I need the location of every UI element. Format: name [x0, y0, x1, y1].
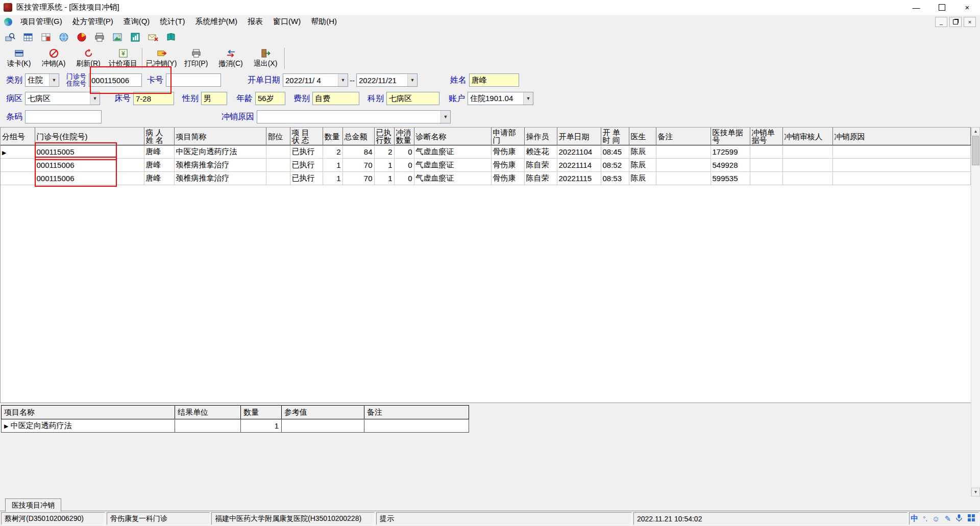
cell[interactable] — [266, 159, 290, 172]
age-field[interactable] — [255, 92, 285, 105]
cell[interactable] — [750, 159, 782, 172]
reason-select[interactable]: ▼ — [257, 110, 451, 123]
menu-help[interactable]: 帮助(H) — [306, 15, 342, 29]
cell[interactable]: 70 — [342, 172, 374, 185]
cell[interactable] — [832, 172, 971, 185]
maximize-button[interactable] — [929, 0, 954, 15]
col-total-amount[interactable]: 总金额 — [342, 128, 374, 145]
cell[interactable]: 20221114 — [557, 159, 601, 172]
menu-statistics[interactable]: 统计(T) — [155, 15, 190, 29]
ime-keyboard-icon[interactable] — [967, 514, 975, 523]
ime-punctuation-toggle[interactable]: °, — [923, 515, 927, 522]
cell[interactable]: 70 — [342, 159, 374, 172]
cell[interactable] — [782, 145, 832, 159]
print-button[interactable]: 打印(P) — [179, 45, 213, 71]
col-quantity[interactable]: 数量 — [323, 128, 342, 145]
ime-microphone-icon[interactable] — [955, 514, 963, 523]
cell[interactable]: 气虚血瘀证 — [414, 145, 491, 159]
col-writeoff-qty[interactable]: 冲消 数量 — [394, 128, 414, 145]
cell[interactable] — [282, 419, 364, 433]
cell[interactable] — [750, 172, 782, 185]
already-writeoff-button[interactable]: 已冲销(Y) — [144, 45, 179, 71]
menu-prescription[interactable]: 处方管理(P) — [67, 15, 118, 29]
cell[interactable] — [832, 159, 971, 172]
order-date-from-select[interactable]: 2022/11/ 4 ▼ — [283, 73, 348, 87]
cell[interactable]: 549928 — [710, 159, 750, 172]
cell[interactable] — [782, 172, 832, 185]
message-close-icon[interactable] — [148, 32, 158, 42]
col-order-time[interactable]: 开 单 时 间 — [601, 128, 629, 145]
col-order-date[interactable]: 开单日期 — [557, 128, 601, 145]
register-table-icon[interactable] — [41, 32, 51, 42]
cell[interactable]: 气虚血瘀证 — [414, 159, 491, 172]
col-diagnosis[interactable]: 诊断名称 — [414, 128, 491, 145]
col-item-status[interactable]: 项 目 状 态 — [290, 128, 323, 145]
cell[interactable]: 08:52 — [601, 159, 629, 172]
menu-maintenance[interactable]: 系统维护(M) — [190, 15, 243, 29]
mdi-restore-button[interactable] — [949, 17, 962, 27]
cell[interactable]: 20221115 — [557, 172, 601, 185]
menu-window[interactable]: 窗口(W) — [268, 15, 306, 29]
cell[interactable]: 颈椎病推拿治疗 — [174, 172, 266, 185]
cell[interactable]: 已执行 — [290, 172, 323, 185]
manual-book-icon[interactable] — [166, 32, 176, 42]
col-item-name[interactable]: 项目简称 — [174, 128, 266, 145]
read-card-button[interactable]: 读卡(K) — [2, 45, 36, 71]
cell[interactable] — [175, 419, 241, 433]
schedule-table-icon[interactable] — [23, 32, 33, 42]
cell[interactable]: 2 — [374, 145, 394, 159]
gender-field[interactable] — [201, 92, 227, 105]
col-patient-name[interactable]: 病 人 姓 名 — [144, 128, 174, 145]
col-doctor[interactable]: 医生 — [629, 128, 656, 145]
col-writeoff-auditor[interactable]: 冲销审核人 — [782, 128, 832, 145]
cell[interactable]: 0 — [394, 145, 414, 159]
col-body-part[interactable]: 部位 — [266, 128, 290, 145]
printer-icon[interactable] — [94, 32, 105, 42]
col-visit-no[interactable]: 门诊号(住院号) — [35, 128, 144, 145]
cell-visit-no[interactable]: 000115006 — [35, 172, 144, 185]
cell[interactable]: 172599 — [710, 145, 750, 159]
menu-project[interactable]: 项目管理(G) — [15, 15, 67, 29]
cell[interactable] — [656, 172, 710, 185]
col-writeoff-reason[interactable]: 冲销原因 — [832, 128, 971, 145]
cell[interactable] — [364, 419, 469, 433]
scroll-up-button[interactable]: ▲ — [971, 127, 980, 136]
vertical-scrollbar[interactable]: ▲ ▼ — [971, 127, 980, 496]
bed-no-field[interactable] — [133, 92, 174, 105]
cell[interactable]: 84 — [342, 145, 374, 159]
cell[interactable]: 陈自荣 — [524, 172, 557, 185]
cell-visit-no[interactable]: 000115005 — [35, 145, 144, 159]
cell[interactable]: 陈辰 — [629, 159, 656, 172]
cell[interactable]: 骨伤康 — [491, 172, 524, 185]
cell[interactable]: 2 — [323, 145, 342, 159]
cell[interactable] — [656, 145, 710, 159]
visit-no-input[interactable] — [89, 73, 142, 87]
writeoff-button[interactable]: 冲销(A) — [36, 45, 71, 71]
cell[interactable]: 0 — [394, 159, 414, 172]
statistics-pie-icon[interactable] — [77, 32, 87, 42]
cell[interactable]: 1 — [241, 419, 282, 433]
cell[interactable]: 1 — [374, 159, 394, 172]
mdi-close-button[interactable]: × — [964, 17, 976, 27]
priced-items-button[interactable]: ¥ 计价项目 — [106, 45, 140, 71]
cell[interactable]: 陈辰 — [629, 145, 656, 159]
network-globe-icon[interactable] — [59, 32, 69, 42]
read-card-icon[interactable] — [5, 32, 15, 42]
cell[interactable]: 唐峰 — [144, 145, 174, 159]
cell[interactable]: 气虚血瘀证 — [414, 172, 491, 185]
menu-query[interactable]: 查询(Q) — [118, 15, 155, 29]
col-writeoff-receipt-no[interactable]: 冲销单 据号 — [750, 128, 782, 145]
col-executed[interactable]: 已执 行数 — [374, 128, 394, 145]
cell[interactable]: 599535 — [710, 172, 750, 185]
category-select[interactable]: 住院 ▼ — [25, 73, 59, 87]
cell[interactable]: 赖连花 — [524, 145, 557, 159]
col-apply-dept[interactable]: 申请部门 — [491, 128, 524, 145]
col-remark[interactable]: 备注 — [656, 128, 710, 145]
ime-emoji-icon[interactable]: ☺ — [932, 514, 940, 523]
cell[interactable]: 已执行 — [290, 145, 323, 159]
barcode-input[interactable] — [25, 110, 102, 123]
scroll-down-button[interactable]: ▼ — [971, 488, 980, 496]
ime-language-toggle[interactable]: 中 — [911, 514, 918, 523]
cell[interactable] — [750, 145, 782, 159]
ime-handwriting-icon[interactable]: ✎ — [944, 514, 951, 523]
